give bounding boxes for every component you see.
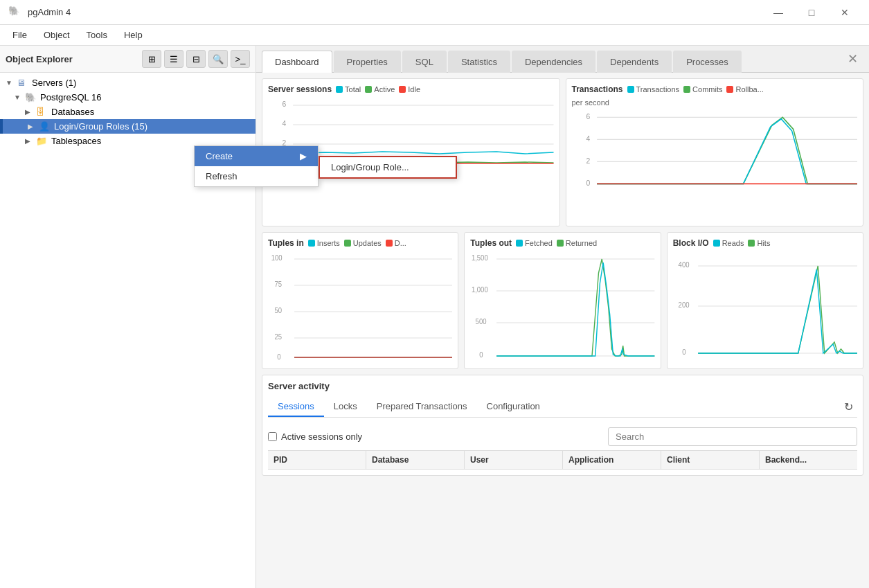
toggle-pg16[interactable]: ▼ [14,93,25,101]
toolbar-btn-list[interactable]: ☰ [164,50,183,68]
activity-tab-prepared-tx[interactable]: Prepared Transactions [367,397,477,417]
sessions-legend-active: Active [365,85,395,93]
panel-header: Object Explorer ⊞ ☰ ⊟ 🔍 >_ [0,46,256,73]
tree-item-databases[interactable]: ▶ 🗄 Databases [0,105,256,119]
fetched-dot [516,240,523,247]
activity-tab-sessions[interactable]: Sessions [268,397,324,417]
tree-item-servers[interactable]: ▼ 🖥 Servers (1) [0,75,256,90]
total-label: Total [345,85,361,93]
toolbar-btn-search[interactable]: 🔍 [208,50,228,68]
maximize-button[interactable]: □ [796,1,827,24]
toggle-tablespaces[interactable]: ▶ [25,137,36,145]
panel-title: Object Explorer [6,54,139,64]
reads-dot [713,240,720,247]
tab-dependents[interactable]: Dependents [597,51,672,73]
toolbar-btn-minus[interactable]: ⊟ [186,50,206,68]
tab-dashboard[interactable]: Dashboard [262,51,332,73]
svg-text:0: 0 [682,348,686,356]
tab-processes[interactable]: Processes [673,51,742,73]
reads-label: Reads [722,239,744,247]
window-controls: — □ ✕ [762,1,861,24]
deletes-dot [386,240,393,247]
context-menu-refresh[interactable]: Refresh [195,166,318,186]
toolbar-btn-grid[interactable]: ⊞ [142,50,161,68]
tuples-out-legend-fetched: Fetched [516,239,553,247]
toggle-databases[interactable]: ▶ [25,108,36,116]
col-client: Client [661,451,760,469]
tuples-in-legend-deletes: D... [386,239,406,247]
left-panel: Object Explorer ⊞ ☰ ⊟ 🔍 >_ ▼ 🖥 Servers (… [0,46,256,588]
transactions-title: Transactions [572,84,623,94]
tx-dot [627,86,634,93]
submenu-login-group-role[interactable]: Login/Group Role... [320,157,456,177]
charts-row-2: Tuples in Inserts Updates D... [262,232,863,369]
svg-text:6: 6 [283,100,287,108]
tuples-out-title: Tuples out [470,238,512,248]
active-sessions-checkbox-label[interactable]: Active sessions only [268,431,362,442]
tree-item-pg16[interactable]: ▼ 🐘 PostgreSQL 16 [0,90,256,105]
block-io-title: Block I/O [673,238,709,248]
roles-icon: 👤 [39,121,51,132]
right-panel: Dashboard Properties SQL Statistics Depe… [256,46,869,588]
menu-object[interactable]: Object [37,27,77,43]
tree-item-roles[interactable]: ▶ 👤 Login/Group Roles (15) [0,119,256,134]
svg-text:0: 0 [480,351,484,359]
tab-properties[interactable]: Properties [334,51,401,73]
svg-text:500: 500 [476,318,487,326]
pg-icon: 🐘 [25,92,37,103]
activity-tab-locks[interactable]: Locks [324,397,367,417]
roles-label: Login/Group Roles (15) [54,121,250,132]
menu-help[interactable]: Help [117,27,150,43]
activity-controls: Active sessions only [268,423,857,450]
toolbar-btn-terminal[interactable]: >_ [231,50,250,68]
tuples-in-svg: 100 75 50 25 0 [268,252,452,363]
transactions-legend-tx: Transactions [627,85,680,93]
fetched-label: Fetched [525,239,553,247]
minimize-button[interactable]: — [762,1,794,24]
tab-dependencies[interactable]: Dependencies [512,51,595,73]
tuples-out-svg: 1,500 1,000 500 0 [470,252,654,363]
sessions-legend-idle: Idle [399,85,420,93]
transactions-chart-header: Transactions Transactions Commits Rollba… [572,84,858,94]
server-icon: 🖥 [17,78,29,88]
tablespaces-icon: 📁 [36,136,48,146]
menu-file[interactable]: File [6,27,34,43]
tuples-in-legend-inserts: Inserts [308,239,340,247]
submenu-popup: Login/Group Role... [319,156,457,179]
block-io-legend-reads: Reads [713,239,744,247]
toggle-servers[interactable]: ▼ [6,79,17,87]
close-button[interactable]: ✕ [829,1,861,24]
tuples-in-chart-area: 100 75 50 25 0 [268,252,452,363]
svg-text:50: 50 [275,307,283,314]
active-sessions-label: Active sessions only [281,431,362,442]
menu-tools[interactable]: Tools [80,27,114,43]
tuples-in-title: Tuples in [268,238,304,248]
svg-text:4: 4 [283,120,287,127]
tab-statistics[interactable]: Statistics [448,51,510,73]
svg-text:1,000: 1,000 [472,286,488,294]
tuples-in-header: Tuples in Inserts Updates D... [268,238,452,248]
sessions-chart-header: Server sessions Total Active Idle [268,84,554,94]
block-io-legend-hits: Hits [748,239,770,247]
search-input[interactable] [608,427,857,446]
hits-label: Hits [757,239,770,247]
tuples-in-legend-updates: Updates [344,239,382,247]
tuples-out-chart-area: 1,500 1,000 500 0 [470,252,654,363]
app-title: pgAdmin 4 [28,7,762,17]
active-sessions-checkbox[interactable] [268,432,277,441]
charts-row-1: Server sessions Total Active Idle [262,78,863,226]
panel-close-icon[interactable]: ✕ [842,46,863,72]
activity-tab-configuration[interactable]: Configuration [477,397,550,417]
toggle-roles[interactable]: ▶ [28,123,39,130]
activity-refresh-btn[interactable]: ↻ [840,398,857,416]
svg-text:75: 75 [275,280,283,288]
col-user: User [465,451,563,469]
context-menu-create[interactable]: Create ▶ [195,146,318,166]
transactions-card: Transactions Transactions Commits Rollba… [566,78,864,226]
active-label: Active [374,85,395,93]
title-bar: 🐘 pgAdmin 4 — □ ✕ [0,0,869,25]
table-headers: PID Database User Application Client Bac… [268,450,857,470]
tab-sql[interactable]: SQL [402,51,447,73]
activity-title: Server activity [268,381,857,391]
idle-label: Idle [408,85,420,93]
